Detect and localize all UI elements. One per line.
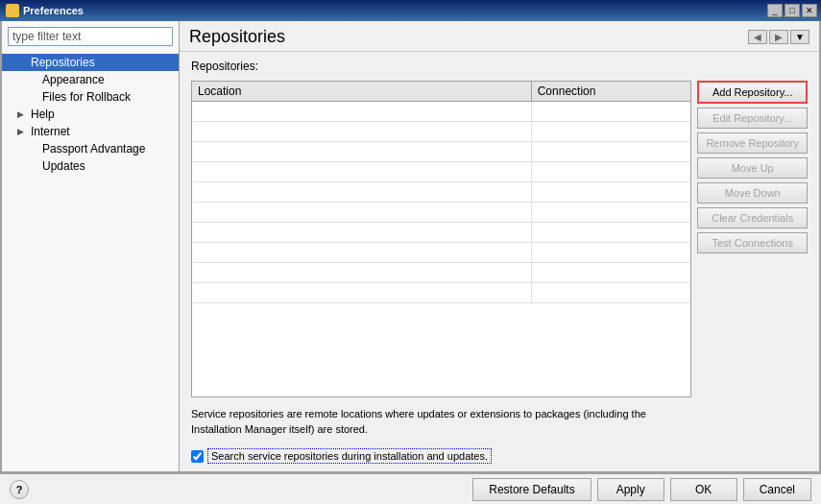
- repos-panel: Location Connection: [191, 81, 808, 397]
- bottom-right: Restore Defaults Apply OK Cancel: [472, 478, 811, 501]
- table-row[interactable]: [192, 203, 690, 223]
- nav-back-button[interactable]: ◀: [748, 30, 767, 44]
- sidebar-item-label: Internet: [31, 125, 70, 138]
- checkbox-label: Search service repositories during insta…: [207, 448, 492, 464]
- content-body: Repositories: Location Connection: [180, 52, 819, 471]
- content-header: Repositories ◀ ▶ ▼: [180, 21, 819, 52]
- nav-arrows: ◀ ▶ ▼: [748, 30, 809, 44]
- sidebar-item-repositories[interactable]: Repositories: [2, 54, 179, 71]
- restore-defaults-button[interactable]: Restore Defaults: [472, 478, 591, 501]
- window-title: Preferences: [6, 4, 84, 17]
- nav-forward-button[interactable]: ▶: [769, 30, 788, 44]
- repos-table: Location Connection: [192, 82, 690, 303]
- test-connections-button[interactable]: Test Connections: [697, 232, 808, 253]
- table-row[interactable]: [192, 102, 690, 122]
- checkbox-area: Search service repositories during insta…: [191, 448, 808, 464]
- nav-dropdown-button[interactable]: ▼: [790, 30, 809, 44]
- sidebar-item-label: Repositories: [31, 56, 95, 69]
- sidebar-item-label: Help: [31, 108, 55, 121]
- repos-table-body: [192, 102, 690, 303]
- move-up-button[interactable]: Move Up: [697, 157, 808, 179]
- sidebar-item-label: Appearance: [42, 73, 105, 86]
- maximize-button[interactable]: □: [785, 4, 800, 17]
- sidebar-item-files-for-rollback[interactable]: Files for Rollback: [2, 88, 179, 106]
- sidebar: Repositories Appearance Files for Rollba…: [2, 21, 180, 471]
- cancel-button[interactable]: Cancel: [743, 478, 811, 501]
- table-row[interactable]: [192, 263, 690, 283]
- bottom-left: ?: [10, 480, 29, 499]
- table-row[interactable]: [192, 243, 690, 263]
- table-row[interactable]: [192, 283, 690, 303]
- search-service-repos-checkbox[interactable]: [191, 450, 204, 463]
- remove-repository-button[interactable]: Remove Repository: [697, 132, 808, 154]
- help-button[interactable]: ?: [10, 480, 29, 499]
- table-row[interactable]: [192, 182, 690, 203]
- clear-credentials-button[interactable]: Clear Credentials: [697, 207, 808, 228]
- ok-button[interactable]: OK: [670, 478, 737, 501]
- sidebar-item-passport-advantage[interactable]: Passport Advantage: [2, 140, 179, 157]
- filter-input[interactable]: [8, 27, 173, 46]
- minimize-button[interactable]: _: [767, 4, 783, 17]
- table-row[interactable]: [192, 162, 690, 182]
- apply-button[interactable]: Apply: [597, 478, 664, 501]
- edit-repository-button[interactable]: Edit Repository...: [697, 108, 808, 129]
- table-row[interactable]: [192, 223, 690, 243]
- nav-tree: Repositories Appearance Files for Rollba…: [2, 52, 179, 177]
- repos-label: Repositories:: [191, 60, 808, 73]
- sidebar-item-help[interactable]: ▶ Help: [2, 106, 179, 123]
- col-header-connection: Connection: [531, 82, 690, 102]
- sidebar-item-label: Files for Rollback: [42, 90, 131, 104]
- expand-icon: ▶: [17, 109, 27, 119]
- content-area: Repositories ◀ ▶ ▼ Repositories: Locatio…: [180, 21, 819, 471]
- window-icon: [6, 4, 19, 17]
- expand-icon: ▶: [17, 127, 27, 136]
- repos-table-container: Location Connection: [191, 81, 691, 397]
- move-down-button[interactable]: Move Down: [697, 182, 808, 204]
- title-bar: Preferences _ □ ✕: [0, 0, 821, 21]
- window-title-text: Preferences: [23, 5, 84, 16]
- bottom-bar: ? Restore Defaults Apply OK Cancel: [0, 473, 821, 504]
- sidebar-item-appearance[interactable]: Appearance: [2, 71, 179, 88]
- page-title: Repositories: [189, 27, 285, 47]
- close-button[interactable]: ✕: [802, 4, 817, 17]
- window-controls[interactable]: _ □ ✕: [767, 4, 817, 17]
- sidebar-item-label: Passport Advantage: [42, 142, 145, 156]
- sidebar-item-internet[interactable]: ▶ Internet: [2, 123, 179, 140]
- sidebar-item-updates[interactable]: Updates: [2, 157, 179, 175]
- table-row[interactable]: [192, 142, 690, 162]
- description-text: Service repositories are remote location…: [191, 403, 681, 441]
- main-container: Repositories Appearance Files for Rollba…: [0, 21, 821, 473]
- sidebar-item-label: Updates: [42, 159, 85, 173]
- table-row[interactable]: [192, 122, 690, 142]
- repos-buttons: Add Repository... Edit Repository... Rem…: [697, 81, 808, 397]
- col-header-location: Location: [192, 82, 531, 102]
- add-repository-button[interactable]: Add Repository...: [697, 81, 808, 104]
